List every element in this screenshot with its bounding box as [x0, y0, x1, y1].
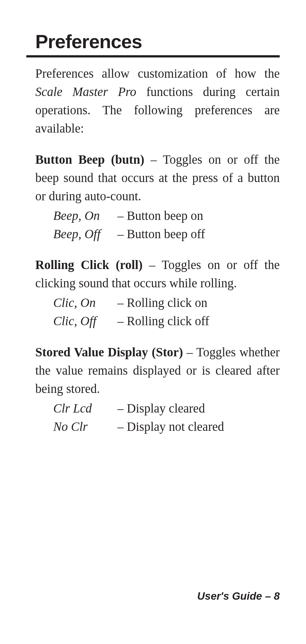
- page-heading: Preferences: [26, 30, 280, 57]
- option-description: – Rolling click on: [117, 294, 208, 312]
- option-description: – Display not cleared: [117, 418, 224, 436]
- product-name: Scale Master Pro: [35, 85, 136, 99]
- preference-section: Stored Value Display (Stor) – Toggles wh…: [35, 343, 280, 398]
- preference-options: Clic, On – Rolling click on Clic, Off – …: [53, 294, 280, 330]
- preference-title: Rolling Click (roll): [35, 258, 143, 272]
- preference-section: Rolling Click (roll) – Toggles on or off…: [35, 256, 280, 292]
- intro-paragraph: Preferences allow customization of how t…: [35, 65, 280, 138]
- option-name: Clic, Off: [53, 312, 117, 330]
- option-name: No Clr: [53, 418, 117, 436]
- preference-option-row: Clic, Off – Rolling click off: [53, 312, 280, 330]
- option-name: Beep, Off: [53, 225, 117, 243]
- preference-options: Beep, On – Button beep on Beep, Off – Bu…: [53, 207, 280, 243]
- option-name: Clic, On: [53, 294, 117, 312]
- preference-options: Clr Lcd – Display cleared No Clr – Displ…: [53, 399, 280, 436]
- page-footer: User's Guide – 8: [197, 590, 280, 602]
- preference-option-row: Clr Lcd – Display cleared: [53, 399, 280, 418]
- option-description: – Rolling click off: [117, 312, 209, 330]
- option-description: – Button beep off: [117, 225, 205, 243]
- preference-option-row: Beep, Off – Button beep off: [53, 225, 280, 243]
- preference-title: Stored Value Display (Stor): [35, 345, 183, 359]
- option-name: Beep, On: [53, 207, 117, 225]
- preference-option-row: Beep, On – Button beep on: [53, 207, 280, 225]
- intro-text-before: Preferences allow customization of how t…: [35, 66, 280, 80]
- preference-option-row: Clic, On – Rolling click on: [53, 294, 280, 312]
- option-description: – Display cleared: [117, 399, 205, 418]
- preference-section: Button Beep (butn) – Toggles on or off t…: [35, 151, 280, 205]
- option-description: – Button beep on: [117, 207, 203, 225]
- document-page: Preferences Preferences allow customizat…: [0, 0, 306, 644]
- option-name: Clr Lcd: [53, 399, 117, 418]
- preference-title: Button Beep (butn): [35, 152, 144, 166]
- preference-option-row: No Clr – Display not cleared: [53, 418, 280, 436]
